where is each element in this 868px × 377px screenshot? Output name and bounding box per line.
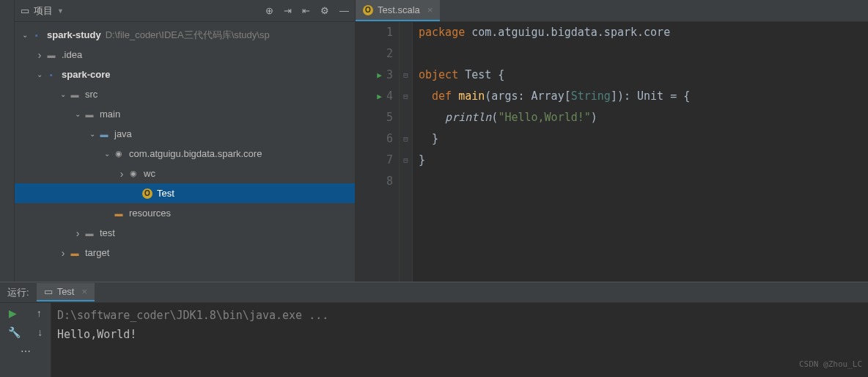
source-folder-icon: ▬ (98, 128, 110, 140)
tree-label: resources (129, 208, 171, 219)
tree-node-sparkcore[interactable]: ▪ spark-core (15, 65, 355, 84)
tree-label: .idea (62, 49, 82, 60)
line-number: 4 (386, 86, 393, 107)
expand-all-icon[interactable]: ⇥ (284, 5, 292, 16)
tree-node-idea[interactable]: ▬ .idea (15, 45, 355, 65)
resources-folder-icon: ▬ (113, 208, 125, 219)
line-number: 5 (386, 107, 393, 128)
run-button[interactable]: ▶ (9, 307, 17, 319)
collapse-all-icon[interactable]: ⇤ (302, 5, 310, 16)
run-console[interactable]: D:\software_coder\JDK1.8\bin\java.exe ..… (51, 303, 868, 377)
tree-label: Test (157, 188, 174, 199)
tree-node-package[interactable]: ◉ com.atguigu.bigdata.spark.core (15, 144, 355, 164)
tree-label: spark-core (62, 69, 110, 80)
close-icon[interactable]: × (81, 286, 87, 297)
run-label: 运行: (7, 286, 29, 299)
tree-label: spark-study (47, 29, 101, 40)
code-editor[interactable]: 1 2 ▶3 ▶4 5 6 7 8 ⊟ ⊟ ⊟ ⊟ package com.at… (356, 22, 868, 282)
editor-area: O Test.scala × 1 2 ▶3 ▶4 5 6 7 8 ⊟ ⊟ ⊟ ⊟… (356, 0, 868, 282)
package-icon: ◉ (113, 148, 125, 160)
scala-object-icon: O (363, 5, 373, 15)
tree-label: target (85, 247, 109, 258)
run-header: 运行: ▭ Test × (0, 282, 868, 303)
tree-node-src[interactable]: ▬ src (15, 84, 355, 104)
tree-label: main (100, 109, 120, 120)
sidebar-title[interactable]: ▭ 项目 ▼ (21, 4, 64, 18)
project-tree[interactable]: ▪ spark-study D:\file_coder\IDEA三代代码库\st… (15, 22, 355, 282)
tree-node-main[interactable]: ▬ main (15, 104, 355, 124)
more-icon[interactable]: ⋯ (21, 345, 31, 357)
line-number: 7 (386, 150, 393, 171)
tree-label: wc (144, 168, 155, 179)
sidebar-header: ▭ 项目 ▼ ⊕ ⇥ ⇤ ⚙ — (15, 0, 355, 22)
console-output-line: Hello,World! (57, 325, 862, 344)
run-toolbar: ▶ ↑ 🔧 ↓ ⋯ (0, 303, 51, 377)
line-number: 8 (386, 171, 393, 192)
tree-label: test (100, 227, 115, 238)
line-number: 1 (386, 22, 393, 43)
sidebar-title-label: 项目 (34, 4, 53, 18)
line-number: 3 (386, 65, 393, 86)
run-config-icon: ▭ (44, 286, 53, 297)
package-icon: ◉ (128, 168, 139, 180)
watermark: CSDN @Zhou_LC (799, 355, 862, 374)
line-gutter[interactable]: 1 2 ▶3 ▶4 5 6 7 8 (356, 22, 400, 282)
minimize-icon[interactable]: — (339, 5, 349, 16)
gear-icon[interactable]: ⚙ (320, 5, 329, 16)
tree-label: com.atguigu.bigdata.spark.core (129, 148, 262, 159)
left-tool-rail[interactable] (0, 0, 15, 282)
folder-icon: ▬ (84, 109, 95, 120)
project-sidebar: ▭ 项目 ▼ ⊕ ⇥ ⇤ ⚙ — ▪ spark-study D:\file_c… (15, 0, 356, 282)
tree-label: java (114, 128, 132, 139)
tab-test-scala[interactable]: O Test.scala × (356, 0, 440, 21)
console-cmd-line: D:\software_coder\JDK1.8\bin\java.exe ..… (57, 306, 862, 325)
tab-label: Test.scala (378, 4, 420, 15)
tree-node-root[interactable]: ▪ spark-study D:\file_coder\IDEA三代代码库\st… (15, 25, 355, 45)
up-stack-icon[interactable]: ↑ (37, 307, 42, 319)
tree-label: src (85, 89, 98, 100)
folder-icon: ▬ (84, 227, 95, 239)
run-panel: 运行: ▭ Test × ▶ ↑ 🔧 ↓ ⋯ D:\software_coder… (0, 282, 868, 377)
folder-icon: ▬ (45, 49, 57, 61)
close-icon[interactable]: × (427, 4, 433, 15)
tree-node-test-obj[interactable]: O Test (15, 183, 355, 203)
code-text[interactable]: package com.atguigu.bigdata.spark.core o… (413, 22, 868, 282)
line-number: 6 (386, 128, 393, 150)
excluded-folder-icon: ▬ (69, 247, 81, 259)
folder-icon: ▬ (69, 89, 81, 100)
run-tab-label: Test (57, 286, 75, 297)
line-number: 2 (386, 43, 393, 65)
tree-node-target[interactable]: ▬ target (15, 243, 355, 263)
editor-tabs: O Test.scala × (356, 0, 868, 22)
locate-icon[interactable]: ⊕ (265, 5, 273, 16)
module-icon: ▪ (31, 29, 43, 41)
chevron-down-icon[interactable]: ▼ (57, 7, 64, 15)
tree-node-java[interactable]: ▬ java (15, 124, 355, 144)
project-icon: ▭ (21, 5, 29, 16)
tree-node-test[interactable]: ▬ test (15, 223, 355, 243)
tree-path: D:\file_coder\IDEA三代代码库\study\sp (106, 29, 270, 42)
scala-object-icon: O (142, 188, 152, 199)
wrench-icon[interactable]: 🔧 (8, 326, 21, 338)
fold-gutter[interactable]: ⊟ ⊟ ⊟ ⊟ (400, 22, 413, 282)
tree-node-wc[interactable]: ◉ wc (15, 164, 355, 183)
module-icon: ▪ (45, 69, 57, 81)
run-tab-test[interactable]: ▭ Test × (37, 283, 95, 301)
down-stack-icon[interactable]: ↓ (37, 326, 43, 338)
run-gutter-icon[interactable]: ▶ (377, 86, 382, 107)
run-gutter-icon[interactable]: ▶ (377, 65, 382, 86)
tree-node-resources[interactable]: ▬ resources (15, 203, 355, 223)
